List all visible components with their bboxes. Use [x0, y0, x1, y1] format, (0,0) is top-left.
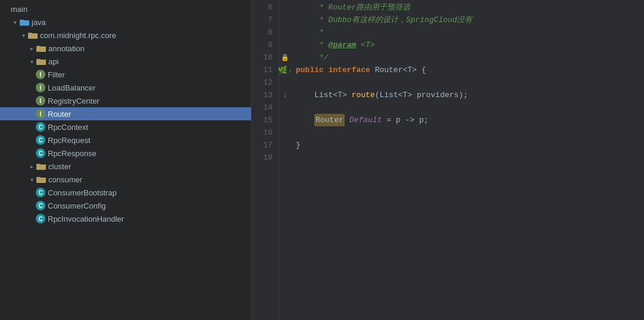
- comment-9: * @param <T>: [296, 39, 375, 51]
- router-label: Router: [48, 110, 251, 119]
- registrycenter-badge: I: [36, 96, 45, 105]
- annotation-folder-icon: [36, 44, 47, 52]
- filter-label: Filter: [48, 70, 251, 79]
- annotation-arrow: [27, 45, 36, 52]
- cluster-arrow: [27, 163, 36, 170]
- api-folder-icon: [36, 57, 47, 66]
- code-line-15: Router Default = p -> p ;: [296, 114, 644, 126]
- rpcinvocationhandler-badge: C: [36, 214, 45, 223]
- bookmark-icon: 🔒: [281, 54, 289, 61]
- generic-t: <T>: [402, 64, 416, 76]
- sidebar-item-consumerbootstrap[interactable]: C ConsumerBootstrap: [0, 186, 251, 199]
- consumerconfig-badge: C: [36, 201, 45, 210]
- code-editor: 6 7 8 9 10 11 12 13 14 15 16 17 18 🔒 🌿 ↓: [252, 0, 644, 320]
- loadbalancer-badge: I: [36, 83, 45, 92]
- code-line-12: [296, 76, 644, 89]
- sidebar-item-consumer[interactable]: consumer: [0, 173, 251, 186]
- rpccontext-badge: C: [36, 122, 45, 132]
- code-line-17: }: [296, 139, 644, 151]
- sidebar-item-annotation[interactable]: annotation: [0, 42, 251, 55]
- code-line-9: * @param <T>: [296, 39, 644, 51]
- api-arrow: [27, 58, 36, 65]
- router-badge: I: [36, 109, 45, 119]
- sidebar-item-rpcrequest[interactable]: C RpcRequest: [0, 133, 251, 147]
- rpccontext-label: RpcContext: [48, 123, 251, 132]
- package-arrow: [19, 32, 27, 39]
- sidebar-item-consumerconfig[interactable]: C ConsumerConfig: [0, 199, 251, 212]
- consumerbootstrap-badge: C: [36, 188, 45, 197]
- svg-rect-11: [36, 178, 46, 183]
- consumer-arrow: [27, 176, 36, 183]
- comment-7: * Dubbo有这样的设计，SpringCloud没有: [296, 14, 472, 26]
- list-type: List: [314, 89, 333, 101]
- java-arrow: [11, 19, 19, 26]
- code-line-11: public interface Router <T> {: [296, 64, 644, 76]
- gutter: 🔒 🌿 ↓ ↓: [279, 0, 291, 320]
- router-highlight: Router: [314, 114, 345, 126]
- svg-rect-9: [36, 164, 46, 170]
- consumer-label: consumer: [48, 175, 251, 184]
- leaf-icon: 🌿: [278, 66, 287, 75]
- registrycenter-label: RegistryCenter: [48, 97, 251, 105]
- method-route: route: [352, 89, 375, 101]
- comment-10: */: [296, 51, 329, 64]
- loadbalancer-label: LoadBalancer: [48, 83, 251, 92]
- main-label: main: [11, 5, 251, 14]
- svg-rect-3: [28, 33, 38, 39]
- default-field: Default: [349, 114, 382, 126]
- comment-8: *: [296, 26, 324, 39]
- lambda-p: p: [396, 114, 401, 126]
- kw-public: public: [296, 64, 324, 76]
- kw-interface: interface: [329, 64, 370, 76]
- sidebar-item-filter[interactable]: I Filter: [0, 68, 251, 81]
- svg-rect-5: [36, 46, 46, 52]
- code-line-8: *: [296, 26, 644, 39]
- interface-name: Router: [375, 64, 403, 76]
- sidebar-item-api[interactable]: api: [0, 55, 251, 68]
- java-label: java: [32, 18, 251, 27]
- consumerconfig-label: ConsumerConfig: [48, 201, 251, 210]
- rpcrequest-badge: C: [36, 135, 45, 145]
- sidebar-item-java[interactable]: java: [0, 15, 251, 29]
- svg-rect-7: [36, 60, 46, 65]
- sidebar-item-rpccontext[interactable]: C RpcContext: [0, 120, 251, 133]
- close-brace: }: [296, 139, 301, 151]
- sidebar-item-loadbalancer[interactable]: I LoadBalancer: [0, 81, 251, 94]
- cluster-folder-icon: [36, 162, 47, 170]
- file-tree[interactable]: main java com.midnight.rpc.core: [0, 0, 252, 320]
- sidebar-item-rpcresponse[interactable]: C RpcResponse: [0, 147, 251, 160]
- svg-rect-1: [20, 20, 29, 26]
- annotation-label: annotation: [48, 44, 251, 53]
- sidebar-item-main: main: [0, 2, 251, 15]
- api-label: api: [48, 57, 251, 66]
- code-line-10: */: [296, 51, 644, 64]
- rpcinvocationhandler-label: RpcInvocationHandler: [48, 215, 251, 223]
- sidebar-item-registrycenter[interactable]: I RegistryCenter: [0, 94, 251, 107]
- code-line-14: [296, 101, 644, 114]
- cluster-label: cluster: [48, 162, 251, 171]
- lambda-body: p: [419, 114, 424, 126]
- consumer-folder-icon: [36, 175, 47, 184]
- code-line-6: * Router路由用于预筛选: [296, 1, 644, 14]
- filter-badge: I: [36, 70, 45, 79]
- down-icon: ↓: [283, 91, 287, 100]
- sidebar-item-package[interactable]: com.midnight.rpc.core: [0, 29, 251, 42]
- package-label: com.midnight.rpc.core: [40, 31, 251, 40]
- code-line-18: [296, 151, 644, 164]
- code-line-7: * Dubbo有这样的设计，SpringCloud没有: [296, 14, 644, 26]
- sidebar-item-rpcinvocationhandler[interactable]: C RpcInvocationHandler: [0, 212, 251, 225]
- sidebar-item-cluster[interactable]: cluster: [0, 160, 251, 173]
- rpcresponse-label: RpcResponse: [48, 149, 251, 158]
- rpcresponse-badge: C: [36, 148, 45, 158]
- open-brace: {: [422, 64, 426, 76]
- code-line-16: [296, 126, 644, 139]
- code-line-13: List <T> route ( List<T> providers );: [296, 89, 644, 101]
- line-numbers: 6 7 8 9 10 11 12 13 14 15 16 17 18: [252, 0, 279, 320]
- sidebar-item-router[interactable]: I Router: [0, 107, 251, 120]
- comment-6: * Router路由用于预筛选: [296, 1, 410, 14]
- java-folder-icon: [19, 18, 30, 26]
- consumerbootstrap-label: ConsumerBootstrap: [48, 188, 251, 197]
- package-folder-icon: [27, 31, 38, 39]
- rpcrequest-label: RpcRequest: [48, 136, 251, 145]
- code-content[interactable]: * Router路由用于预筛选 * Dubbo有这样的设计，SpringClou…: [291, 0, 644, 320]
